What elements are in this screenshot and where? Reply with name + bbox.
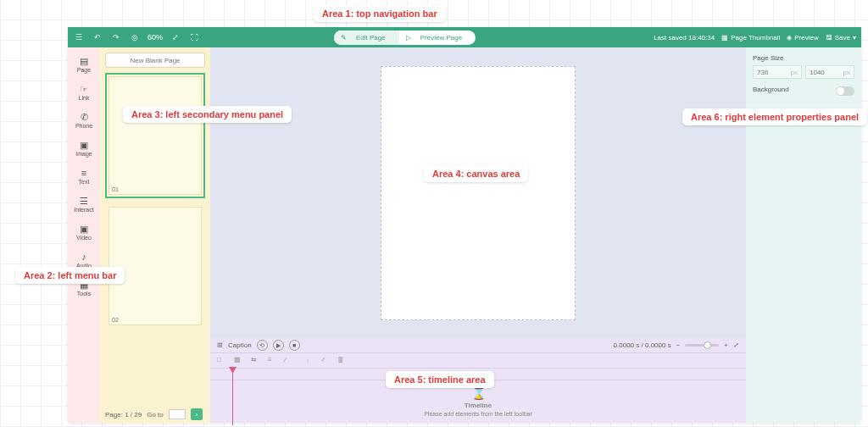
- tab-edit-page[interactable]: ✎ Edit Page: [334, 30, 399, 45]
- top-navigation-bar: ☰ ↶ ↷ ◎ 60% ⤢ ⛶ ✎ Edit Page ▷ Preview Pa…: [68, 27, 861, 47]
- left-item-interact[interactable]: ☰Interact: [68, 192, 100, 215]
- timecode: 0.0000 s / 0.0000 s: [614, 341, 671, 349]
- annotation-area-5: Area 5: timeline area: [386, 371, 494, 388]
- last-saved-label: Last saved 18:40:34: [654, 34, 715, 42]
- left-item-page[interactable]: ▤Page: [68, 53, 100, 75]
- link-icon: ☞: [78, 83, 90, 95]
- tl-tool-3-icon[interactable]: ⇆: [251, 356, 261, 366]
- audio-icon: ♪: [78, 251, 90, 263]
- caption-expand-icon[interactable]: ⊞: [217, 341, 223, 349]
- timeline-empty-sub: Please add elements from the left toolba…: [424, 411, 532, 417]
- left-item-image[interactable]: ▣Image: [68, 136, 100, 159]
- new-blank-page-button[interactable]: New Blank Page: [105, 53, 205, 68]
- rewind-icon[interactable]: ⟲: [257, 340, 268, 351]
- tl-tool-1-icon[interactable]: □: [217, 356, 227, 366]
- image-icon: ▣: [78, 139, 90, 151]
- text-icon: ≡: [78, 167, 90, 179]
- left-secondary-panel: New Blank Page 01 02 Page: 1 / 29 Go to …: [100, 47, 210, 423]
- phone-icon: ✆: [78, 111, 90, 123]
- preview-button[interactable]: ◈ Preview: [787, 34, 818, 42]
- expand-icon[interactable]: ⤢: [170, 31, 181, 43]
- canvas-page[interactable]: [381, 66, 576, 320]
- right-properties-panel: Page Size 736px 1040px Background: [746, 47, 861, 423]
- goto-label: Go to: [147, 411, 164, 419]
- play-icon[interactable]: ▶: [273, 340, 284, 351]
- background-toggle[interactable]: [836, 86, 854, 96]
- goto-button[interactable]: ›: [191, 408, 203, 420]
- zoom-out-icon[interactable]: −: [676, 341, 681, 349]
- tl-tool-5-icon[interactable]: ⁄: [285, 356, 295, 366]
- page-thumbnail-button[interactable]: ▦ Page Thumbnail: [721, 34, 780, 42]
- annotation-area-1: Area 1: top navigation bar: [314, 5, 446, 22]
- menu-icon[interactable]: ☰: [73, 31, 85, 43]
- timeline-zoom-slider[interactable]: [685, 344, 719, 347]
- canvas-area[interactable]: [210, 47, 746, 338]
- expand-timeline-icon[interactable]: ⤢: [733, 341, 739, 349]
- tl-tool-4-icon[interactable]: ≡: [268, 356, 278, 366]
- caption-label: Caption: [228, 341, 252, 349]
- zoom-level[interactable]: 60%: [147, 33, 163, 42]
- page-thumbnail-01[interactable]: 01: [105, 73, 205, 198]
- timeline-empty-icon: ⌛: [471, 386, 486, 400]
- page-pager: Page: 1 / 29 Go to ›: [100, 406, 210, 423]
- annotation-area-4: Area 4: canvas area: [424, 165, 528, 182]
- tl-tool-2-icon[interactable]: ▩: [234, 356, 244, 366]
- save-button[interactable]: 🖫 Save ▾: [826, 34, 856, 42]
- page-icon: ▤: [78, 55, 90, 67]
- timeline-empty-title: Timeline: [465, 402, 492, 409]
- left-menu-bar: ▤Page ☞Link ✆Phone ▣Image ≡Text ☰Interac…: [68, 47, 100, 423]
- fullscreen-icon[interactable]: ⛶: [188, 31, 200, 43]
- video-icon: ▣: [78, 223, 90, 235]
- page-size-label: Page Size: [753, 54, 854, 62]
- playhead[interactable]: [232, 369, 233, 425]
- target-icon[interactable]: ◎: [129, 31, 141, 43]
- tl-tool-6-icon[interactable]: ✓: [320, 356, 331, 366]
- left-item-link[interactable]: ☞Link: [68, 80, 100, 103]
- mode-toggle: ✎ Edit Page ▷ Preview Page: [334, 30, 476, 45]
- tl-tool-7-icon[interactable]: 🗑: [337, 356, 348, 366]
- zoom-in-icon[interactable]: +: [724, 341, 728, 349]
- tab-preview-page[interactable]: ▷ Preview Page: [399, 30, 476, 45]
- interact-icon: ☰: [78, 195, 90, 207]
- annotation-area-3: Area 3: left secondary menu panel: [123, 106, 292, 123]
- left-item-text[interactable]: ≡Text: [68, 164, 100, 187]
- page-thumbnail-02[interactable]: 02: [105, 203, 205, 329]
- goto-input[interactable]: [169, 409, 186, 419]
- left-item-phone[interactable]: ✆Phone: [68, 108, 100, 131]
- redo-icon[interactable]: ↷: [110, 31, 122, 43]
- width-input[interactable]: 736px: [753, 65, 802, 79]
- height-input[interactable]: 1040px: [805, 65, 854, 79]
- stop-icon[interactable]: ■: [289, 340, 300, 351]
- undo-icon[interactable]: ↶: [92, 31, 103, 43]
- background-label: Background: [753, 86, 789, 93]
- left-item-video[interactable]: ▣Video: [68, 220, 100, 243]
- annotation-area-2: Area 2: left menu bar: [15, 267, 125, 284]
- page-count-label: Page: 1 / 29: [105, 411, 142, 419]
- annotation-area-6: Area 6: right element properties panel: [682, 108, 867, 125]
